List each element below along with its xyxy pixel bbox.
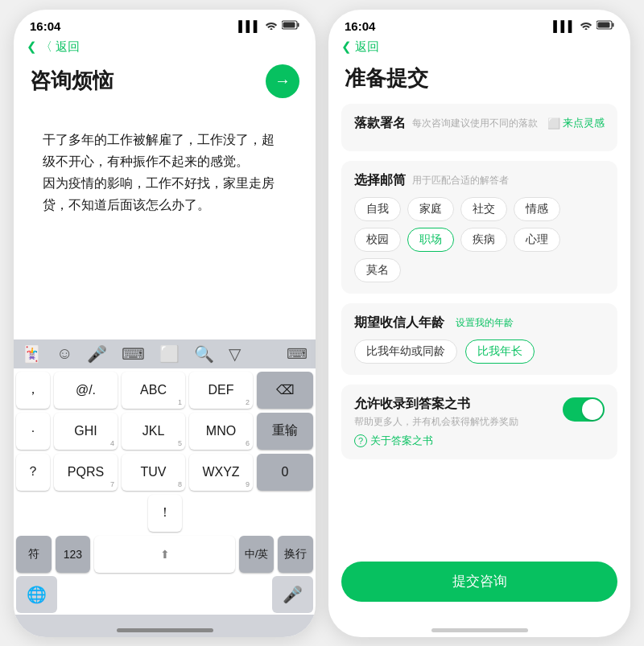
age-header: 期望收信人年龄 设置我的年龄 bbox=[354, 315, 605, 331]
space-icon: ⬆ bbox=[160, 548, 170, 561]
key-label: ABC bbox=[140, 383, 167, 397]
key-jkl[interactable]: JKL 5 bbox=[122, 413, 185, 450]
key-at[interactable]: @/. bbox=[54, 372, 118, 409]
key-question[interactable]: ？ bbox=[16, 454, 50, 491]
right-home-indicator bbox=[328, 615, 630, 637]
inspire-icon: ⬜ bbox=[547, 117, 560, 130]
keyboard-toolbar: 🃏 ☺ 🎤 ⌨ ⬜ 🔍 ▽ ⌨ bbox=[14, 339, 316, 368]
tag-social[interactable]: 社交 bbox=[460, 197, 507, 221]
mailbox-tags: 自我 家庭 社交 情感 校园 职场 疾病 心理 莫名 bbox=[354, 197, 605, 282]
back-chevron-icon: ❮ bbox=[341, 39, 352, 54]
backspace-icon: ⌫ bbox=[276, 382, 295, 397]
key-label: TUV bbox=[141, 465, 167, 479]
left-status-icons: ▌▌▌ bbox=[238, 20, 299, 32]
set-age-link[interactable]: 设置我的年龄 bbox=[456, 316, 514, 330]
key-ghi[interactable]: GHI 4 bbox=[54, 413, 118, 450]
back-chevron-icon: ❮ bbox=[27, 39, 37, 54]
svg-rect-4 bbox=[613, 23, 614, 27]
kb-row-3: ？ PQRS 7 TUV 8 WXYZ 9 0 bbox=[16, 454, 313, 491]
keyboard-expand-icon[interactable]: ▽ bbox=[229, 344, 241, 364]
key-comma[interactable]: ， bbox=[16, 372, 50, 409]
next-arrow-button[interactable]: → bbox=[266, 64, 299, 98]
keyboard-search-icon[interactable]: 🔍 bbox=[194, 344, 214, 364]
key-wxyz[interactable]: WXYZ 9 bbox=[189, 454, 253, 491]
key-mic-bottom[interactable]: 🎤 bbox=[272, 576, 313, 613]
keyboard-rows: ， @/. ABC 1 DEF 2 ⌫ · GHI 4 bbox=[14, 368, 316, 615]
age-options: 比我年幼或同龄 比我年长 bbox=[354, 339, 605, 364]
key-globe[interactable]: 🌐 bbox=[16, 576, 57, 613]
key-reset[interactable]: 重输 bbox=[257, 413, 313, 450]
signal-icon: ▌▌▌ bbox=[238, 20, 261, 32]
key-return[interactable]: 换行 bbox=[278, 536, 313, 573]
key-123[interactable]: 123 bbox=[56, 536, 91, 573]
keyboard-layout-icon[interactable]: ⌨ bbox=[122, 344, 145, 364]
key-pqrs[interactable]: PQRS 7 bbox=[54, 454, 118, 491]
wifi-icon bbox=[580, 20, 592, 32]
signature-header: 落款署名 每次咨询建议使用不同的落款 ⬜ 来点灵感 bbox=[354, 115, 605, 132]
key-exclaim[interactable]: ！ bbox=[148, 495, 182, 532]
key-dot[interactable]: · bbox=[16, 413, 50, 450]
right-title-text: 准备提交 bbox=[345, 64, 428, 93]
key-label: ？ bbox=[27, 463, 39, 480]
key-sub: 9 bbox=[246, 480, 250, 488]
keyboard-extra-icon[interactable]: ⌨ bbox=[287, 345, 308, 363]
consultation-text-content[interactable]: 干了多年的工作被解雇了，工作没了，超级不开心，有种振作不起来的感觉。因为疫情的影… bbox=[30, 117, 299, 228]
key-label: 符 bbox=[28, 547, 39, 562]
wifi-icon bbox=[265, 20, 278, 32]
right-nav-bar: ❮ 返回 bbox=[328, 36, 630, 61]
answer-book-section: 允许收录到答案之书 帮助更多人，并有机会获得解忧券奖励 ? 关于答案之书 bbox=[341, 385, 617, 459]
key-space[interactable]: ⬆ bbox=[94, 536, 235, 573]
tag-work[interactable]: 职场 bbox=[407, 228, 454, 252]
consultation-text-area[interactable]: 干了多年的工作被解雇了，工作没了，超级不开心，有种振作不起来的感觉。因为疫情的影… bbox=[14, 109, 316, 339]
signal-icon: ▌▌▌ bbox=[553, 20, 576, 32]
answer-book-link[interactable]: ? 关于答案之书 bbox=[354, 429, 605, 448]
answer-book-title: 允许收录到答案之书 bbox=[354, 397, 470, 410]
tag-family[interactable]: 家庭 bbox=[407, 197, 454, 221]
key-mno[interactable]: MNO 6 bbox=[189, 413, 253, 450]
tag-illness[interactable]: 疾病 bbox=[460, 228, 507, 252]
keyboard-media-icon[interactable]: ⬜ bbox=[159, 344, 180, 364]
key-abc[interactable]: ABC 1 bbox=[122, 372, 185, 409]
mailbox-header: 选择邮筒 用于匹配合适的解答者 bbox=[354, 172, 605, 189]
tag-unknown[interactable]: 莫名 bbox=[354, 258, 401, 282]
key-label: WXYZ bbox=[202, 465, 239, 479]
key-def[interactable]: DEF 2 bbox=[189, 372, 253, 409]
keyboard-toolbar-icons: 🃏 ☺ 🎤 ⌨ ⬜ 🔍 ▽ bbox=[22, 344, 241, 364]
age-option-younger[interactable]: 比我年幼或同龄 bbox=[354, 339, 457, 364]
kb-row-1: ， @/. ABC 1 DEF 2 ⌫ bbox=[16, 372, 313, 409]
tag-school[interactable]: 校园 bbox=[354, 228, 401, 252]
key-label: ， bbox=[27, 381, 39, 398]
key-lang[interactable]: 中/英 bbox=[239, 536, 275, 573]
key-zero[interactable]: 0 bbox=[257, 454, 313, 491]
question-circle-icon: ? bbox=[354, 434, 367, 447]
left-home-bar bbox=[117, 628, 213, 632]
mic-bottom-icon: 🎤 bbox=[283, 585, 303, 604]
toggle-knob bbox=[582, 399, 603, 420]
key-label: · bbox=[31, 424, 35, 438]
key-label: 0 bbox=[282, 465, 289, 479]
left-back-button[interactable]: ❮ 〈 返回 bbox=[27, 39, 303, 55]
left-phone: 16:04 ▌▌▌ ❮ 〈 返回 咨询烦恼 → 干了多年的工作被解雇了，工作没了… bbox=[14, 10, 316, 637]
answer-book-toggle[interactable] bbox=[563, 397, 605, 422]
tag-psychology[interactable]: 心理 bbox=[514, 228, 560, 252]
keyboard-emoji-icon[interactable]: ☺ bbox=[56, 344, 72, 363]
age-section: 期望收信人年龄 设置我的年龄 比我年幼或同龄 比我年长 bbox=[341, 303, 617, 375]
tag-emotion[interactable]: 情感 bbox=[514, 197, 560, 221]
key-backspace[interactable]: ⌫ bbox=[257, 372, 313, 409]
submit-button[interactable]: 提交咨询 bbox=[341, 562, 617, 602]
key-tuv[interactable]: TUV 8 bbox=[122, 454, 185, 491]
right-page-title-row: 准备提交 bbox=[328, 61, 630, 104]
keyboard-sticker-icon[interactable]: 🃏 bbox=[22, 344, 42, 364]
age-option-older[interactable]: 比我年长 bbox=[465, 339, 535, 364]
keyboard-mic-icon[interactable]: 🎤 bbox=[87, 344, 107, 364]
key-symbol[interactable]: 符 bbox=[16, 536, 52, 573]
tag-self[interactable]: 自我 bbox=[354, 197, 401, 221]
inspire-label: 来点灵感 bbox=[563, 116, 605, 130]
left-page-title-row: 咨询烦恼 → bbox=[14, 61, 316, 109]
key-label: 123 bbox=[64, 548, 82, 561]
kb-last-row: 🌐 🎤 bbox=[16, 576, 313, 613]
right-back-button[interactable]: ❮ 返回 bbox=[341, 39, 617, 55]
inspire-link[interactable]: ⬜ 来点灵感 bbox=[547, 116, 605, 130]
age-title: 期望收信人年龄 bbox=[354, 315, 444, 331]
key-label: ！ bbox=[159, 504, 171, 521]
